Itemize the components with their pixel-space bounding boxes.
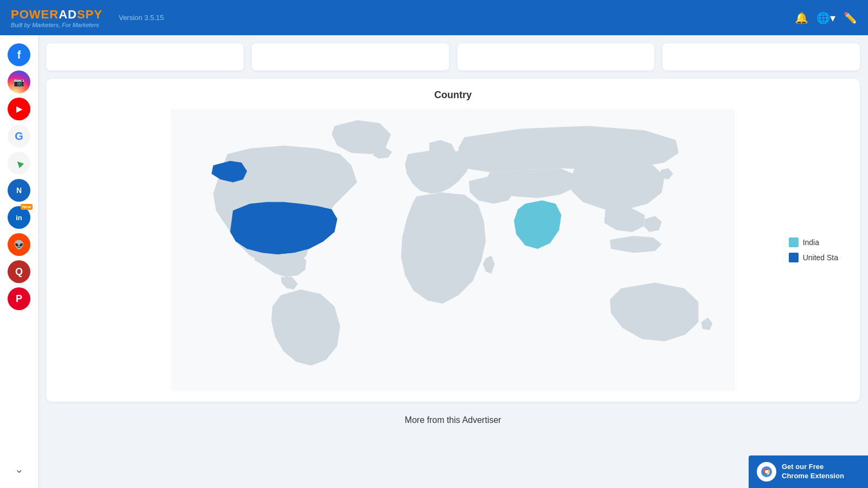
legend-usa: United Sta xyxy=(789,253,838,262)
logo-power: POWER xyxy=(11,8,59,21)
logo-spy: SPY xyxy=(77,8,103,21)
notification-icon[interactable]: 🔔 xyxy=(795,11,808,24)
cards-row xyxy=(46,43,860,70)
sidebar-reddit[interactable]: 👽 xyxy=(8,233,30,256)
edit-icon[interactable]: ✏️ xyxy=(844,11,857,24)
chrome-line1: Get our Free xyxy=(782,463,844,472)
sidebar-google[interactable]: G xyxy=(8,125,30,147)
map-title: Country xyxy=(57,89,849,101)
more-from-advertiser: More from this Advertiser xyxy=(46,410,860,431)
chrome-extension-text: Get our Free Chrome Extension xyxy=(782,463,844,481)
card-4 xyxy=(662,43,860,70)
globe-icon[interactable]: 🌐▾ xyxy=(816,11,835,24)
more-from-advertiser-label: More from this Advertiser xyxy=(405,415,501,425)
sidebar-facebook[interactable]: f xyxy=(8,43,30,66)
map-container: India United Sta xyxy=(57,109,849,391)
sidebar-native[interactable]: N xyxy=(8,179,30,202)
main-content: Country xyxy=(38,35,868,488)
version-text: Version 3.5.15 xyxy=(119,14,164,22)
legend-india: India xyxy=(789,237,838,247)
card-1 xyxy=(46,43,244,70)
logo-ad: AD xyxy=(59,8,77,21)
legend-usa-color xyxy=(789,253,799,262)
map-section: Country xyxy=(46,79,860,402)
sidebar-youtube[interactable]: ▶ xyxy=(8,98,30,120)
sidebar-linkedin[interactable]: in New xyxy=(8,206,30,229)
world-map xyxy=(57,109,849,391)
legend-usa-label: United Sta xyxy=(803,253,838,262)
logo-subtitle: Built by Marketers, For Marketers xyxy=(11,22,103,28)
legend-india-label: India xyxy=(803,238,819,247)
sidebar-adwords[interactable]: ▲ xyxy=(3,147,35,179)
sidebar: f 📷 ▶ G ▲ N in New 👽 Q P ⌄ xyxy=(0,35,38,488)
new-badge: New xyxy=(21,204,33,210)
sidebar-pinterest[interactable]: P xyxy=(8,287,30,310)
chevron-down-icon[interactable]: ⌄ xyxy=(11,461,27,477)
chrome-logo-icon xyxy=(760,465,773,478)
header-actions: 🔔 🌐▾ ✏️ xyxy=(795,11,857,24)
logo: POWERADSPY Built by Marketers, For Marke… xyxy=(11,8,103,28)
card-2 xyxy=(252,43,449,70)
chrome-line2: Chrome Extension xyxy=(782,472,844,481)
map-legend: India United Sta xyxy=(789,237,838,262)
sidebar-quora[interactable]: Q xyxy=(8,260,30,283)
card-3 xyxy=(457,43,655,70)
legend-india-color xyxy=(789,237,799,247)
chrome-icon xyxy=(757,462,776,481)
sidebar-bottom: ⌄ xyxy=(11,461,27,477)
sidebar-instagram[interactable]: 📷 xyxy=(8,70,30,93)
chrome-extension-banner[interactable]: Get our Free Chrome Extension xyxy=(749,455,868,488)
header: POWERADSPY Built by Marketers, For Marke… xyxy=(0,0,868,35)
